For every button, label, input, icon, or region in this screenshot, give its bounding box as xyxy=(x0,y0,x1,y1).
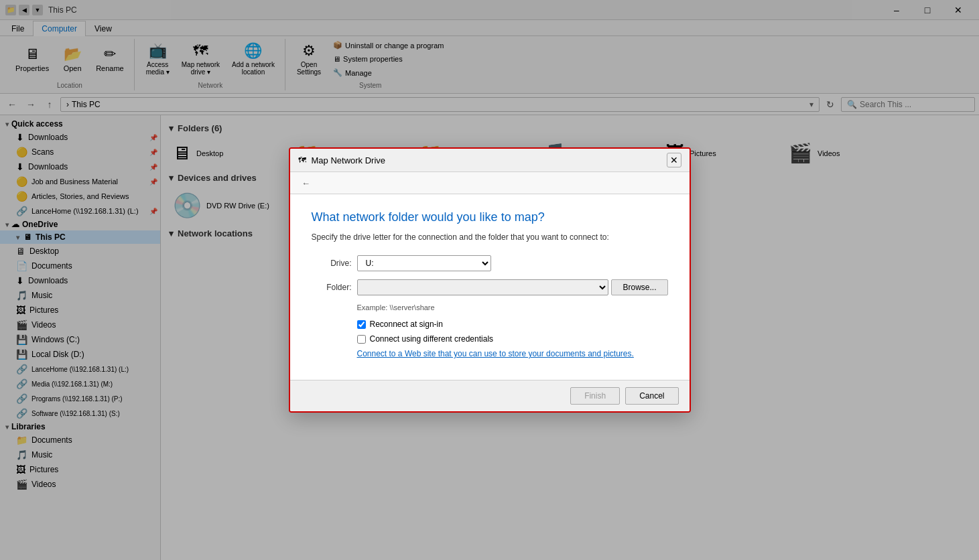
modal-description: Specify the drive letter for the connect… xyxy=(312,232,668,242)
modal-heading: What network folder would you like to ma… xyxy=(312,210,668,224)
modal-title-icon: 🗺 xyxy=(298,155,306,165)
modal-back-button[interactable]: ← xyxy=(298,175,314,191)
diff-creds-checkbox[interactable] xyxy=(357,335,366,344)
folder-input-container: Browse... xyxy=(357,279,668,295)
modal-footer: Finish Cancel xyxy=(290,380,690,411)
folder-input[interactable] xyxy=(357,279,609,295)
modal-title-text: Map Network Drive xyxy=(312,155,661,165)
reconnect-row: Reconnect at sign-in xyxy=(357,320,668,329)
reconnect-checkbox[interactable] xyxy=(357,320,366,329)
drive-form-row: Drive: U: V: W: X: Y: Z: xyxy=(312,255,668,271)
drive-label: Drive: xyxy=(312,259,352,268)
drive-input-container: U: V: W: X: Y: Z: xyxy=(357,255,668,271)
diff-creds-row: Connect using different credentials xyxy=(357,334,668,344)
finish-button[interactable]: Finish xyxy=(570,387,620,405)
modal-body: What network folder would you like to ma… xyxy=(290,194,690,380)
modal-titlebar: 🗺 Map Network Drive ✕ xyxy=(290,149,690,172)
modal-toolbar: ← xyxy=(290,172,690,194)
folder-form-row: Folder: Browse... xyxy=(312,279,668,295)
map-network-drive-dialog: 🗺 Map Network Drive ✕ ← What network fol… xyxy=(289,147,691,413)
modal-close-button[interactable]: ✕ xyxy=(667,153,681,167)
browse-button[interactable]: Browse... xyxy=(611,279,667,295)
diff-creds-label: Connect using different credentials xyxy=(370,334,494,344)
reconnect-label: Reconnect at sign-in xyxy=(370,320,443,329)
folder-label: Folder: xyxy=(312,283,352,292)
drive-select[interactable]: U: V: W: X: Y: Z: xyxy=(357,255,491,271)
cancel-button[interactable]: Cancel xyxy=(625,387,678,405)
folder-example: Example: \\server\share xyxy=(357,303,668,311)
web-site-link[interactable]: Connect to a Web site that you can use t… xyxy=(357,349,668,358)
modal-overlay: 🗺 Map Network Drive ✕ ← What network fol… xyxy=(0,0,979,560)
